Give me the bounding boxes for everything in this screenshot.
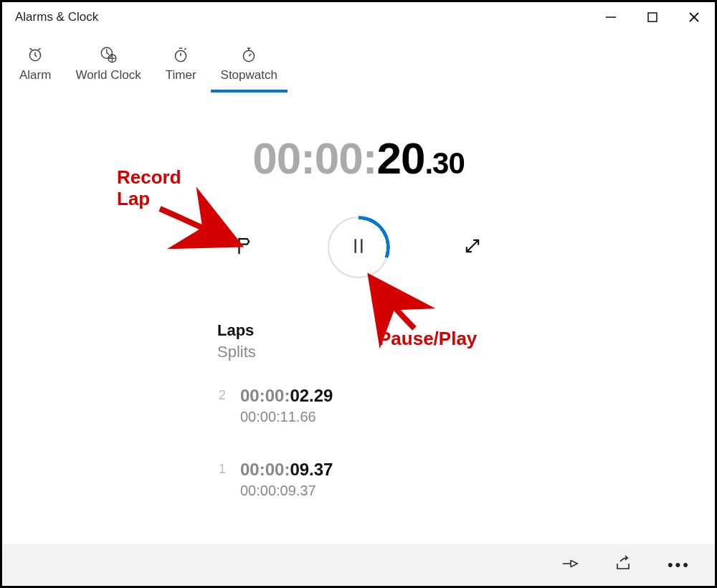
window-title: Alarms & Clock	[15, 10, 590, 24]
pin-icon	[561, 561, 580, 574]
lap-button[interactable]	[230, 233, 259, 262]
close-button[interactable]	[673, 2, 715, 32]
tab-bar: Alarm World Clock Timer Stopwatch	[2, 32, 715, 93]
flag-icon	[234, 235, 255, 260]
lap-time: 00:00:09.37	[240, 460, 333, 480]
stopwatch-icon	[239, 45, 258, 64]
lap-row: 1 00:00:09.37 00:00:09.37	[217, 460, 715, 499]
svg-point-8	[244, 51, 255, 62]
world-clock-icon	[99, 45, 118, 64]
svg-point-7	[176, 51, 186, 62]
svg-rect-1	[648, 13, 657, 22]
timer-icon	[171, 45, 190, 64]
tab-stopwatch[interactable]: Stopwatch	[221, 45, 277, 93]
lap-row: 2 00:00:02.29 00:00:11.66	[217, 386, 715, 425]
lap-index: 1	[217, 460, 226, 477]
main-content: 00:00:20.30	[2, 93, 715, 499]
alarm-icon	[26, 45, 44, 64]
split-time: 00:00:09.37	[240, 483, 333, 499]
more-icon: •••	[668, 556, 690, 574]
stopwatch-time: 00:00:20.30	[2, 133, 715, 184]
window-controls	[590, 2, 715, 32]
annotation-pause-play: Pause/Play	[379, 328, 477, 350]
split-time: 00:00:11.66	[240, 409, 333, 425]
progress-arc	[327, 216, 390, 279]
share-button[interactable]	[614, 555, 633, 575]
lap-index: 2	[217, 386, 226, 403]
expand-icon	[462, 236, 483, 259]
expand-button[interactable]	[458, 233, 487, 262]
more-button[interactable]: •••	[668, 556, 690, 574]
titlebar: Alarms & Clock	[2, 2, 715, 32]
tab-world-clock[interactable]: World Clock	[75, 45, 141, 93]
lap-time: 00:00:02.29	[240, 386, 333, 406]
pause-play-button[interactable]	[328, 217, 389, 278]
tab-timer[interactable]: Timer	[166, 45, 196, 93]
stopwatch-controls	[2, 217, 715, 278]
pin-button[interactable]	[561, 556, 580, 574]
footer-bar: •••	[2, 544, 715, 586]
tab-alarm[interactable]: Alarm	[19, 45, 51, 93]
annotation-record-lap: RecordLap	[117, 167, 181, 210]
share-icon	[614, 562, 633, 574]
maximize-button[interactable]	[632, 2, 673, 32]
minimize-button[interactable]	[590, 2, 632, 32]
